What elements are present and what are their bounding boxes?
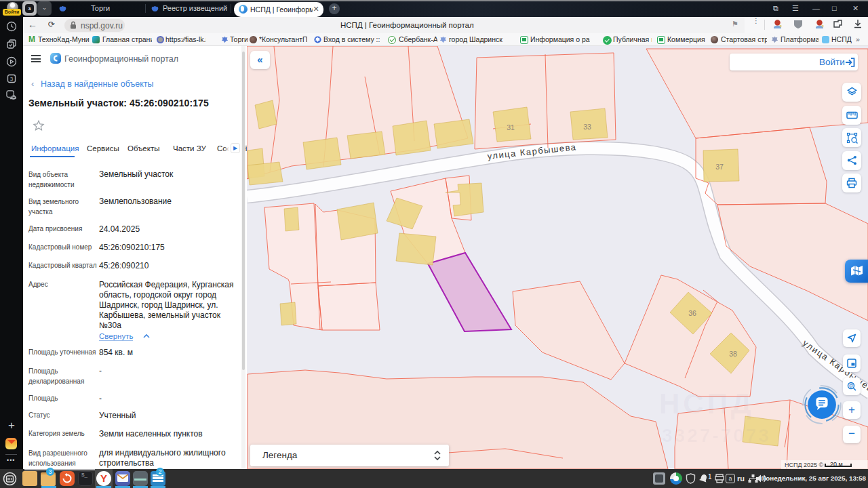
svg-text:@: @ — [849, 383, 854, 388]
svg-text:3327-7073: 3327-7073 — [662, 425, 771, 446]
svg-text:33: 33 — [583, 123, 591, 131]
svg-text:37: 37 — [715, 163, 724, 171]
svg-text:36: 36 — [688, 309, 696, 317]
svg-text:31: 31 — [507, 123, 515, 131]
svg-text:3: 3 — [10, 76, 14, 82]
svg-text:38: 38 — [729, 350, 737, 358]
svg-text:НСПД: НСПД — [659, 388, 755, 420]
